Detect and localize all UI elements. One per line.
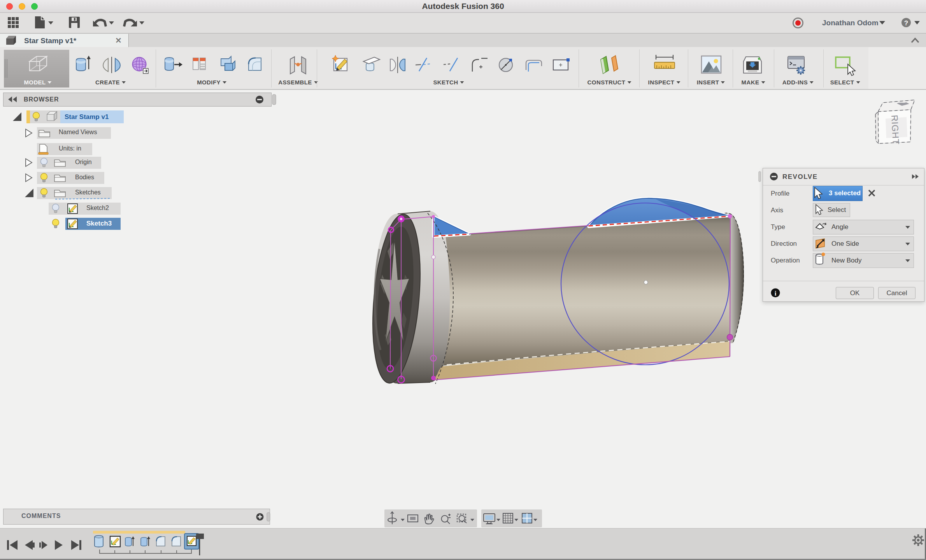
svg-text:RIGHT: RIGHT (889, 115, 901, 145)
